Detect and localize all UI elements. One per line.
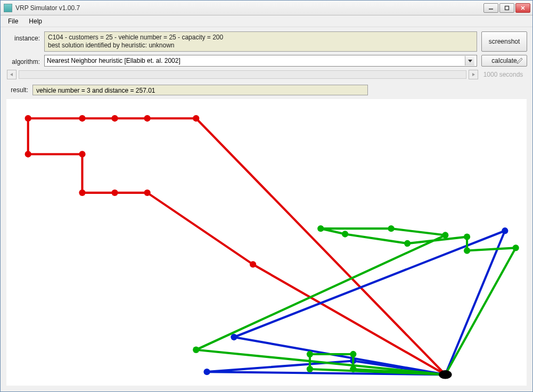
chevron-down-icon xyxy=(468,58,473,63)
scroll-right-button[interactable] xyxy=(469,70,478,79)
customer-node xyxy=(350,366,356,372)
customer-node xyxy=(307,366,313,372)
customer-node xyxy=(111,190,118,196)
customer-node xyxy=(203,369,210,375)
customer-node xyxy=(144,190,150,196)
maximize-icon xyxy=(504,5,510,11)
screenshot-button[interactable]: screenshot xyxy=(481,31,527,52)
svg-marker-7 xyxy=(472,73,475,76)
instance-label: instance: xyxy=(6,31,40,52)
svg-marker-5 xyxy=(517,58,522,63)
customer-node xyxy=(79,190,85,196)
instance-line1: C104 - customers = 25 - vehicle number =… xyxy=(48,34,473,42)
customer-node xyxy=(193,115,199,121)
route-plot xyxy=(6,99,527,386)
result-box: vehicle number = 3 and distance = 257.01 xyxy=(32,85,368,95)
close-icon xyxy=(520,5,526,11)
scroll-left-button[interactable] xyxy=(7,70,17,79)
instance-row: instance: C104 - customers = 25 - vehicl… xyxy=(6,31,527,52)
customer-node xyxy=(404,240,411,247)
customer-node xyxy=(25,151,31,157)
customer-node xyxy=(350,351,356,357)
algorithm-select[interactable]: Nearest Neighbor heuristic [Ellabib et. … xyxy=(44,55,477,67)
result-label: result: xyxy=(6,86,28,94)
time-label: 1000 seconds xyxy=(480,71,526,78)
customer-node xyxy=(464,247,470,254)
titlebar: VRP Simulator v1.00.7 xyxy=(1,1,532,15)
instance-info: C104 - customers = 25 - vehicle number =… xyxy=(44,31,477,52)
customer-node xyxy=(342,231,348,237)
triangle-right-icon xyxy=(471,72,475,77)
time-scroll-row: 1000 seconds xyxy=(6,70,527,79)
customer-node xyxy=(464,233,470,240)
customer-node xyxy=(502,227,508,234)
minimize-icon xyxy=(488,5,494,11)
customer-node xyxy=(388,225,394,232)
customer-node xyxy=(144,115,150,121)
customer-node xyxy=(442,232,448,238)
time-scroll-track[interactable] xyxy=(19,70,466,79)
menu-file[interactable]: File xyxy=(4,17,22,26)
route-canvas xyxy=(6,99,527,386)
customer-node xyxy=(231,334,237,340)
customer-node xyxy=(193,347,199,353)
customer-node xyxy=(250,261,256,267)
close-button[interactable] xyxy=(515,3,530,13)
minimize-button[interactable] xyxy=(483,3,498,13)
instance-line2: best solution identified by heuristic: u… xyxy=(48,42,473,50)
customer-node xyxy=(307,351,313,357)
app-icon xyxy=(4,4,12,12)
window-buttons xyxy=(483,3,530,13)
algorithm-label: algorithm: xyxy=(6,55,40,67)
customer-node xyxy=(25,115,31,121)
tool-area: instance: C104 - customers = 25 - vehicl… xyxy=(1,27,532,81)
customer-node xyxy=(317,225,324,232)
app-window: VRP Simulator v1.00.7 File Help instance… xyxy=(0,0,533,392)
calculate-label: calculate xyxy=(491,57,516,64)
dropdown-button[interactable] xyxy=(465,56,474,66)
menubar: File Help xyxy=(1,15,532,27)
menu-help[interactable]: Help xyxy=(24,17,46,26)
svg-marker-6 xyxy=(10,73,13,76)
customer-node xyxy=(513,244,519,251)
customer-node xyxy=(79,151,85,157)
svg-marker-4 xyxy=(468,60,472,62)
window-title: VRP Simulator v1.00.7 xyxy=(15,4,483,12)
triangle-left-icon xyxy=(10,72,14,77)
result-row: result: vehicle number = 3 and distance … xyxy=(1,81,532,99)
algorithm-selected: Nearest Neighbor heuristic [Ellabib et. … xyxy=(47,57,465,64)
customer-node xyxy=(111,115,118,121)
svg-rect-1 xyxy=(505,6,509,10)
maximize-button[interactable] xyxy=(499,3,514,13)
algorithm-row: algorithm: Nearest Neighbor heuristic [E… xyxy=(6,55,527,67)
calculate-button[interactable]: calculate xyxy=(481,55,527,67)
depot-node xyxy=(439,370,452,379)
pencil-icon xyxy=(516,57,523,64)
customer-node xyxy=(79,115,85,121)
screenshot-label: screenshot xyxy=(489,38,520,45)
